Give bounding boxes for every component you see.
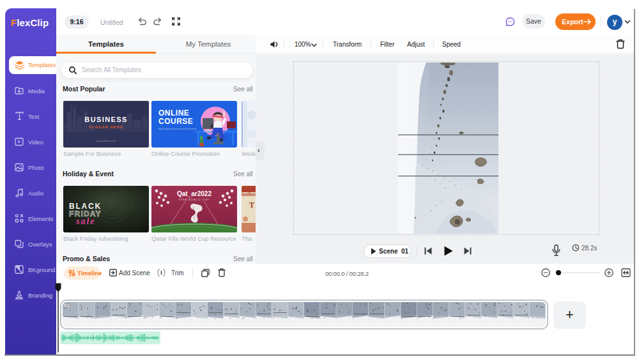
svg-text:Qat_ar2022: Qat_ar2022 [177, 190, 212, 197]
svg-text:Make presentation level lesson: Make presentation level lessons [158, 127, 197, 130]
svg-text:COURSE: COURSE [158, 117, 193, 126]
svg-text:BUSINESS: BUSINESS [84, 116, 127, 123]
svg-text:SLOGAN HERE: SLOGAN HERE [89, 125, 123, 129]
svg-text:www.website.com: www.website.com [96, 139, 116, 142]
svg-text:T: T [249, 201, 254, 209]
svg-text:FIFA WORLD CUP: FIFA WORLD CUP [179, 198, 210, 201]
svg-text:sale: sale [75, 216, 96, 226]
svg-text:ONLINE: ONLINE [158, 109, 189, 118]
